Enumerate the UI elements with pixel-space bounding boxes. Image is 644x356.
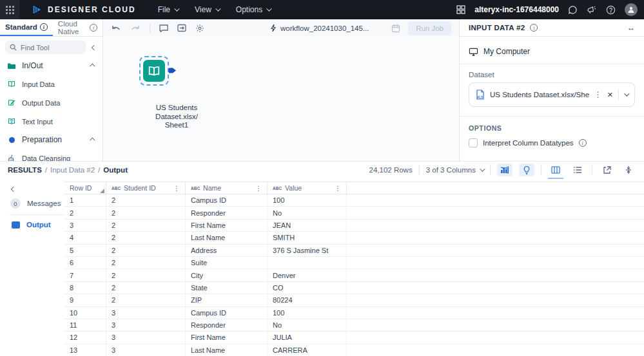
announcements-icon[interactable] [587,5,597,15]
source-my-computer[interactable]: My Computer [460,37,644,64]
table-row[interactable]: 92ZIP80224 [64,294,644,306]
comment-icon[interactable] [159,24,168,32]
open-in-new-icon[interactable] [599,164,614,176]
workflow-name[interactable]: workflow_20241030_145... [270,24,369,32]
undo-icon[interactable] [111,24,121,32]
output-anchor-icon[interactable] [168,66,176,74]
app-launcher-button[interactable] [0,0,19,19]
panel-title: INPUT DATA #2 [469,24,525,32]
table-row[interactable]: 62Suite [64,257,644,269]
redo-icon[interactable] [130,24,141,32]
in-out-group-icon [8,62,15,69]
columns-dropdown[interactable]: 3 of 3 Columns [426,166,483,174]
bolt-icon [270,24,277,32]
table-row[interactable]: 133Last NameCARRERA [64,344,644,356]
collapse-palette-icon[interactable] [90,44,99,51]
tool-group-preparation[interactable]: Preparation [0,131,102,149]
brand-name: DESIGNER CLOUD [48,5,136,14]
settings-gear-icon[interactable] [195,24,204,33]
nav-messages[interactable]: 0 Messages [0,194,64,213]
tool-group-in-out[interactable]: In/Out [0,57,102,75]
tool-output-data[interactable]: Output Data [0,93,102,112]
chevron-up-icon [90,63,95,68]
column-menu-icon[interactable]: ⋮ [173,185,180,192]
divider [592,165,592,174]
table-row[interactable]: 52Address376 S Jasmine St [64,245,644,257]
jobs-panel-icon[interactable] [177,24,186,32]
breadcrumb-input-data[interactable]: Input Data #2 [50,166,95,174]
dataset-name: US Students Dataset.xlsx/Sheet1 [490,91,589,98]
chevron-up-icon [90,137,95,142]
divider [541,165,542,174]
find-tool-searchbox[interactable] [5,41,86,54]
chat-icon[interactable] [568,5,578,15]
collapse-results-icon[interactable] [621,164,636,176]
grid-view-icon[interactable] [548,164,563,176]
info-icon[interactable]: i [90,24,97,32]
preparation-group-icon [8,137,15,143]
workflow-canvas[interactable]: US Students Dataset.xlsx/ Sheet1 [103,37,459,161]
column-menu-icon[interactable]: ⋮ [255,185,262,192]
output-data-icon [8,98,15,107]
column-header-name[interactable]: ABC Name ⋮ [186,182,268,194]
column-header-value[interactable]: ABC Value ⋮ [268,182,347,194]
remove-dataset-icon[interactable]: ✕ [607,91,613,99]
top-navbar: DESIGNER CLOUD File View Options alteryx… [0,0,644,19]
table-row[interactable]: 12Campus ID100 [64,194,644,207]
table-row[interactable]: 82StateCO [64,282,644,294]
results-nav: 0 Messages Output [0,178,64,356]
insights-bulb-icon[interactable] [519,164,534,176]
table-row[interactable]: 103Campus ID100 [64,307,644,319]
divider [618,89,619,100]
results-breadcrumb: RESULTS / Input Data #2 / Output [8,166,128,174]
info-icon[interactable]: i [530,24,538,32]
find-tool-input[interactable] [21,44,72,52]
dataset-label: Dataset [460,64,644,82]
table-row[interactable]: 32First NameJEAN [64,220,644,232]
alteryx-logo-icon [31,4,43,15]
string-type-icon: ABC [112,186,121,191]
divider [490,165,491,174]
breadcrumb-output[interactable]: Output [103,166,128,174]
menu-view[interactable]: View [195,5,219,14]
column-header-student-id[interactable]: ABC Student ID ⋮ [106,182,186,194]
expand-panel-icon[interactable]: ↔ [627,23,635,32]
profile-chart-icon[interactable] [497,164,512,176]
table-row[interactable]: 22ResponderNo [64,207,644,219]
info-icon[interactable]: i [579,139,587,147]
column-header-row-id[interactable]: Row ID [64,182,106,194]
tab-standard[interactable]: Standardi [0,19,53,36]
table-row[interactable]: 42Last NameSMITH [64,232,644,244]
chevron-down-icon[interactable] [624,91,629,96]
account-name[interactable]: alteryx-inc-1676448000 [474,5,559,14]
svg-text:XLS: XLS [477,96,483,99]
run-job-button[interactable]: Run Job [408,21,451,35]
menu-file[interactable]: File [158,5,178,14]
input-data-node[interactable]: US Students Dataset.xlsx/ Sheet1 [139,56,169,86]
grid-header-row: Row ID ABC Student ID ⋮ ABC Name ⋮ ABC V… [64,182,644,194]
dataset-card[interactable]: XLS US Students Dataset.xlsx/Sheet1 ⋮ ✕ [469,82,635,107]
list-view-icon[interactable] [570,164,585,176]
divider [419,165,420,174]
mode-tabstrip: Standardi Cloud Nativei [0,19,103,37]
options-heading: OPTIONS [460,117,644,138]
user-avatar[interactable] [625,3,638,16]
dataset-menu-icon[interactable]: ⋮ [594,90,602,99]
nav-output[interactable]: Output [0,216,64,233]
tab-cloud-native[interactable]: Cloud Nativei [53,19,102,36]
interpret-datatypes-checkbox[interactable] [469,138,478,147]
table-row[interactable]: 72CityDenver [64,269,644,281]
table-row[interactable]: 123First NameJULIA [64,332,644,344]
schedule-calendar-icon[interactable] [391,24,400,33]
help-icon[interactable] [606,5,616,15]
info-icon[interactable]: i [40,23,48,31]
apps-grid-icon[interactable] [456,5,465,14]
search-icon [10,44,17,51]
tool-text-input[interactable]: Text Input [0,112,102,131]
collapse-results-nav-icon[interactable] [9,185,18,192]
menu-options[interactable]: Options [236,5,270,14]
table-row[interactable]: 113ResponderNo [64,319,644,332]
input-data-node-icon [143,60,165,82]
tool-input-data[interactable]: Input Data [0,75,102,93]
column-menu-icon[interactable]: ⋮ [335,185,341,192]
